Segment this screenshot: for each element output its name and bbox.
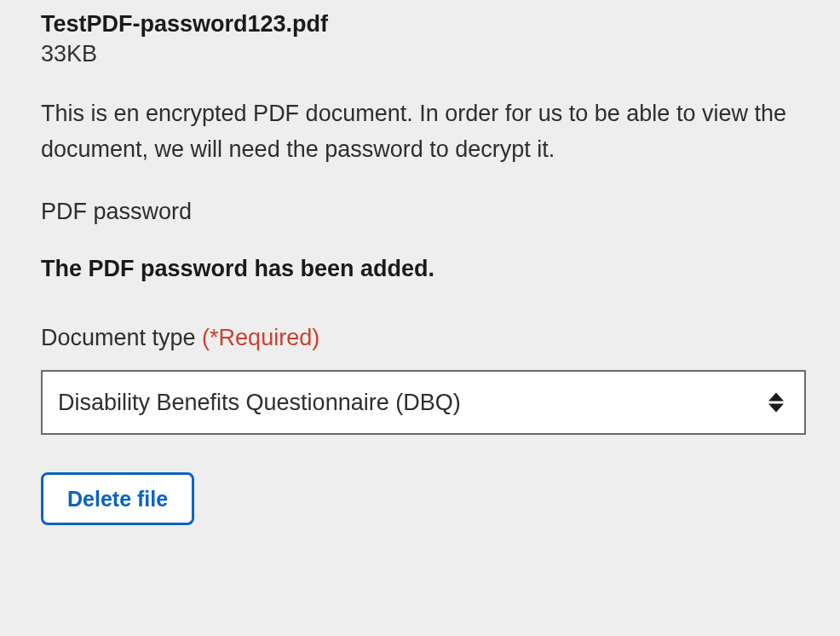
document-type-label: Document type (*Required) xyxy=(41,325,799,351)
pdf-password-added-message: The PDF password has been added. xyxy=(41,256,799,282)
document-type-selected-value: Disability Benefits Questionnaire (DBQ) xyxy=(58,390,461,416)
required-indicator: (*Required) xyxy=(202,325,319,350)
document-type-label-text: Document type xyxy=(41,325,196,350)
encrypted-message: This is en encrypted PDF document. In or… xyxy=(41,96,791,168)
select-sort-icon xyxy=(768,393,784,413)
delete-file-button[interactable]: Delete file xyxy=(41,472,194,525)
document-type-select[interactable]: Disability Benefits Questionnaire (DBQ) xyxy=(41,370,806,435)
file-upload-card: TestPDF-password123.pdf 33KB This is en … xyxy=(0,0,840,546)
file-name: TestPDF-password123.pdf xyxy=(41,9,799,39)
file-size: 33KB xyxy=(41,41,799,67)
pdf-password-label: PDF password xyxy=(41,199,799,225)
